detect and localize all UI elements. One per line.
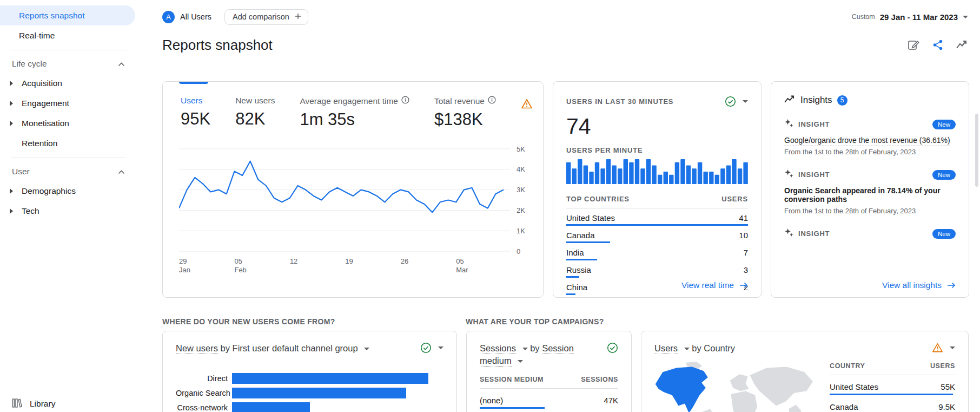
table-row: (none)47K [480,396,618,409]
chevron-up-icon[interactable] [118,167,125,176]
country-users: 7 [744,248,748,257]
table-row: United States55K [830,382,955,395]
insight-item[interactable]: INSIGHT New [771,228,969,239]
chevron-down-icon[interactable] [364,348,369,350]
metric-tab-total-revenue[interactable]: Total revenue $138K [434,96,496,129]
date-range-picker[interactable]: Custom 29 Jan - 11 Mar 2023 [852,12,968,22]
summary-cards-row: Users 95K New users 82K Average engageme… [162,81,969,298]
check-circle-icon [725,96,736,107]
sidebar-item-monetisation[interactable]: Monetisation [0,113,137,133]
sidebar-item-real-time[interactable]: Real-time [0,25,137,45]
chevron-down-icon[interactable] [518,360,523,363]
svg-text:19: 19 [345,257,353,265]
insights-count-badge: 5 [837,95,847,106]
svg-text:5K: 5K [517,145,525,153]
sidebar-item-tech[interactable]: Tech [0,201,137,221]
sidebar-section-life-cycle[interactable]: Life cycle [0,55,137,73]
expand-arrow-icon[interactable] [10,188,13,194]
question-new-users-source: WHERE DO YOUR NEW USERS COME FROM? [162,317,335,326]
insight-subtitle: From the 1st to the 28th of February, 20… [784,207,956,215]
users-per-minute-chart [566,159,748,186]
svg-text:1K: 1K [517,227,525,235]
sidebar-item-label: Acquisition [22,79,62,88]
share-report-button[interactable] [932,39,944,51]
insight-item[interactable]: INSIGHT New Google/organic drove the mos… [771,119,969,156]
world-map [651,359,830,412]
table-row: Russia3 [566,265,748,278]
svg-text:0: 0 [517,247,520,256]
sidebar-item-library[interactable]: Library [0,394,137,412]
sidebar-item-label: Real-time [19,31,55,41]
metric-value: 82K [235,109,275,129]
insights-trend-icon [956,39,968,51]
card-status-menu[interactable] [420,342,443,354]
metric-tab-avg-engagement-time[interactable]: Average engagement time 1m 35s [300,96,409,129]
sidebar-divider [11,50,126,50]
check-circle-icon [420,342,432,354]
edit-report-button[interactable] [908,39,920,51]
add-comparison-label: Add comparison [233,12,289,21]
chevron-down-icon[interactable] [684,348,690,350]
insights-card: Insights 5 INSIGHT New Google/organic dr… [771,81,969,298]
audience-label: All Users [180,12,211,21]
chevron-up-icon[interactable] [118,59,125,69]
audience-chip-all-users[interactable]: A All Users [162,11,211,23]
table-row: United States41 [566,213,748,226]
view-real-time-link[interactable]: View real time [681,280,748,290]
sidebar-item-reports-snapshot[interactable]: Reports snapshot [0,5,135,25]
new-badge: New [932,120,956,129]
insight-kicker: INSIGHT [798,171,830,179]
map-africa [731,391,758,412]
realtime-card-status-menu[interactable] [725,96,748,107]
expand-arrow-icon[interactable] [10,121,13,126]
expand-arrow-icon[interactable] [10,81,13,86]
sidebar-section-user[interactable]: User [0,162,137,181]
insights-panel-button[interactable] [956,39,968,51]
svg-text:29: 29 [179,257,187,265]
metric-value: 95K [181,109,210,129]
metric-tab-users[interactable]: Users 95K [181,96,210,129]
metric-selector[interactable]: New users [176,343,218,354]
expand-arrow-icon[interactable] [10,208,13,214]
warning-icon [932,342,943,354]
add-comparison-button[interactable]: Add comparison [224,9,308,25]
metric-selector[interactable]: Sessions [480,343,516,354]
info-icon[interactable] [488,96,496,106]
sidebar-item-label: Monetisation [22,119,69,128]
library-icon [12,398,22,410]
card-status-menu[interactable] [932,342,955,354]
vertical-scrollbar[interactable] [975,114,978,187]
sidebar-item-label: Reports snapshot [19,11,85,21]
chevron-down-icon[interactable] [522,348,528,350]
sidebar-item-engagement[interactable]: Engagement [0,93,137,113]
warning-icon[interactable] [521,96,533,112]
realtime-card: USERS IN LAST 30 MINUTES 74 USERS PER MI… [553,81,762,298]
bar-label: Direct [176,374,228,383]
info-icon[interactable] [401,96,409,106]
date-range-value: 29 Jan - 11 Mar 2023 [880,12,958,22]
card-status-menu[interactable] [607,342,618,354]
new-users-by-channel-card: New users by First user default channel … [162,331,457,412]
svg-text:Feb: Feb [234,266,246,274]
audience-avatar: A [162,11,175,23]
map-europe [730,374,749,391]
bar-label: Cross-network [176,403,228,412]
svg-text:05: 05 [234,257,242,265]
metric-label: New users [235,96,275,106]
view-all-insights-link[interactable]: View all insights [882,280,956,290]
insight-title[interactable]: Google/organic drove the most revenue (3… [784,136,950,146]
insight-title[interactable]: Organic Search appeared in 78.14% of you… [784,186,956,204]
expand-arrow-icon[interactable] [10,101,13,106]
row-bar [480,407,545,409]
sidebar-item-acquisition[interactable]: Acquisition [0,73,137,93]
sidebar-item-retention[interactable]: Retention [0,133,137,153]
column-header: USERS [930,362,955,370]
insight-item[interactable]: INSIGHT New Organic Search appeared in 7… [771,169,969,215]
report-nav-sidebar: Reports snapshot Real-time Life cycle Ac… [0,0,137,412]
sidebar-item-label: Engagement [22,99,69,108]
sidebar-item-demographics[interactable]: Demographics [0,181,137,201]
metric-selector[interactable]: Users [654,343,678,354]
country-table: COUNTRY USERS United States55K Canada9.5… [830,359,955,412]
insight-kicker: INSIGHT [798,230,830,238]
metric-tab-new-users[interactable]: New users 82K [235,96,275,129]
